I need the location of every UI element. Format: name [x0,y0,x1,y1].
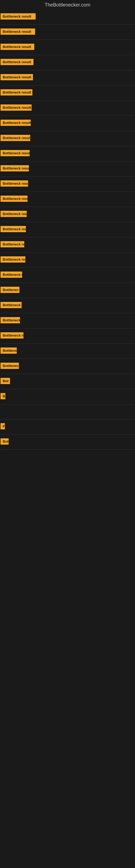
bottleneck-item-13: Bottleneck result [1,192,134,206]
bottleneck-item-24: Bottleneck [1,360,134,373]
bottleneck-label-3[interactable]: Bottleneck result [1,44,34,50]
bottleneck-item-25: Bot [1,375,134,389]
bottleneck-label-29[interactable]: Bott [1,438,9,444]
bottleneck-label-16[interactable]: Bottleneck re [1,241,24,247]
bottleneck-item-11: Bottleneck result [1,162,134,176]
bottleneck-item-15: Bottleneck result [1,223,134,237]
bottleneck-label-2[interactable]: Bottleneck result [1,29,35,35]
bottleneck-label-11[interactable]: Bottleneck result [1,165,29,172]
bottleneck-label-7[interactable]: Bottleneck result [1,104,32,111]
bottleneck-label-20[interactable]: Bottleneck r [1,302,21,308]
bottleneck-label-5[interactable]: Bottleneck result [1,74,33,80]
bottleneck-item-23: Bottlens [1,344,134,358]
bottleneck-label-12[interactable]: Bottleneck result [1,180,28,187]
bottleneck-label-1[interactable]: Bottleneck result [1,13,36,20]
bottleneck-item-8: Bottleneck result [1,116,134,130]
bottleneck-item-4: Bottleneck result [1,56,134,69]
bottleneck-label-26[interactable]: B [1,393,5,399]
bottleneck-label-9[interactable]: Bottleneck result [1,135,30,141]
bottleneck-item-5: Bottleneck result [1,71,134,85]
bottleneck-label-22[interactable]: Bottleneck res [1,332,24,339]
bottleneck-label-24[interactable]: Bottleneck [1,363,19,369]
bottleneck-item-19: Bottlenec [1,283,134,297]
bottleneck-label-21[interactable]: Bottleneck [1,317,20,323]
bottleneck-item-18: Bottleneck r [1,268,134,282]
bottleneck-label-13[interactable]: Bottleneck result [1,195,28,202]
bottleneck-item-3: Bottleneck result [1,40,134,54]
bottleneck-item-1: Bottleneck result [1,10,134,24]
bottleneck-item-14: Bottleneck result [1,208,134,221]
bottleneck-label-17[interactable]: Bottleneck result [1,256,26,262]
bottleneck-label-25[interactable]: Bot [1,378,10,384]
site-title: TheBottlenecker.com [0,0,135,10]
items-container: Bottleneck resultBottleneck resultBottle… [0,10,135,613]
bottleneck-label-14[interactable]: Bottleneck result [1,211,27,217]
bottleneck-label-28[interactable]: F [1,423,5,429]
bottleneck-item-9: Bottleneck result [1,131,134,145]
bottleneck-item-10: Bottleneck result [1,147,134,161]
bottleneck-label-18[interactable]: Bottleneck r [1,272,22,278]
bottleneck-item-12: Bottleneck result [1,177,134,191]
bottleneck-item-22: Bottleneck res [1,329,134,343]
bottleneck-item-20: Bottleneck r [1,299,134,312]
spacer-27 [1,405,134,418]
bottleneck-item-17: Bottleneck result [1,253,134,267]
bottleneck-label-23[interactable]: Bottlens [1,347,17,354]
bottleneck-label-4[interactable]: Bottleneck result [1,59,34,65]
bottleneck-item-7: Bottleneck result [1,101,134,115]
bottleneck-item-26: B [1,390,134,404]
bottleneck-label-10[interactable]: Bottleneck result [1,150,30,156]
bottleneck-item-21: Bottleneck [1,314,134,328]
bottleneck-label-19[interactable]: Bottlenec [1,287,19,293]
bottleneck-item-16: Bottleneck re [1,238,134,252]
bottleneck-item-28: F [1,420,134,434]
bottleneck-label-15[interactable]: Bottleneck result [1,226,26,232]
bottleneck-label-8[interactable]: Bottleneck result [1,120,31,126]
bottleneck-item-2: Bottleneck result [1,25,134,39]
bottleneck-label-6[interactable]: Bottleneck result [1,89,32,95]
bottleneck-item-29: Bott [1,435,134,449]
bottleneck-item-6: Bottleneck result [1,86,134,100]
